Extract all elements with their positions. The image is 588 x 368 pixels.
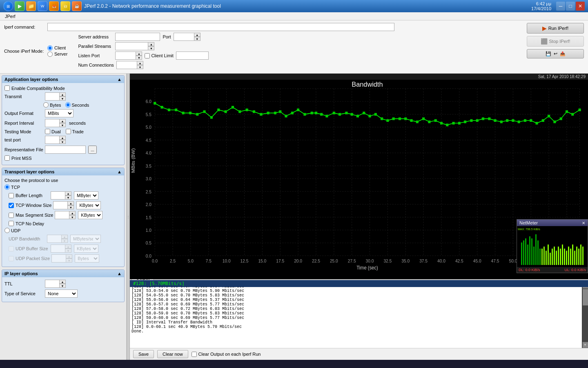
- win-up[interactable]: ▲: [67, 201, 74, 205]
- buf-up[interactable]: ▲: [65, 191, 71, 195]
- tcp-radio[interactable]: [4, 184, 10, 190]
- port-up[interactable]: ▲: [194, 33, 200, 37]
- num-conn-down[interactable]: ▼: [137, 65, 143, 69]
- listen-port-down[interactable]: ▼: [136, 56, 142, 60]
- transport-layer-collapse[interactable]: ▲: [117, 169, 122, 174]
- parallel-streams-input[interactable]: 1: [115, 42, 148, 50]
- dual-label[interactable]: Dual: [45, 129, 61, 134]
- max-segment-check[interactable]: [9, 213, 14, 218]
- transmit-up[interactable]: ▲: [59, 92, 66, 96]
- ip-layer-collapse[interactable]: ▲: [117, 271, 122, 276]
- client-radio-label[interactable]: Client: [47, 45, 67, 51]
- server-radio[interactable]: [47, 52, 53, 57]
- win-down[interactable]: ▼: [67, 205, 74, 209]
- run-iperf-button[interactable]: ▶ Run IPerf!: [527, 23, 584, 34]
- parallel-down[interactable]: ▼: [148, 46, 154, 50]
- server-address-input[interactable]: 192.168.1.4: [115, 33, 160, 41]
- save-config-button[interactable]: 💾 ↩ 📤: [527, 49, 584, 58]
- test-port-down[interactable]: ▼: [59, 140, 66, 144]
- rep-file-browse[interactable]: ...: [88, 146, 97, 154]
- buffer-length-input[interactable]: 2: [51, 191, 65, 200]
- compat-checkbox[interactable]: [4, 85, 10, 91]
- client-limit-check[interactable]: [145, 53, 150, 58]
- bytes-label[interactable]: Bytes: [43, 102, 61, 108]
- buffer-length-spinner[interactable]: 2 ▲ ▼: [51, 191, 71, 200]
- clear-now-button[interactable]: Clear now: [157, 350, 188, 358]
- tcp-radio-label[interactable]: TCP: [4, 184, 20, 190]
- maximize-button[interactable]: □: [566, 2, 575, 11]
- num-conn-up[interactable]: ▲: [137, 61, 143, 65]
- buf-down[interactable]: ▼: [65, 195, 71, 200]
- bytes-radio[interactable]: [43, 102, 49, 108]
- divider[interactable]: ⋮: [127, 74, 130, 360]
- scroll-thumb[interactable]: [583, 289, 588, 305]
- tcp-window-check[interactable]: [9, 203, 14, 208]
- netmeter-close[interactable]: ✕: [582, 221, 585, 225]
- files-icon[interactable]: 🗂: [60, 1, 70, 11]
- test-port-spinner[interactable]: 5,001 ▲ ▼: [45, 136, 66, 144]
- udp-radio-label[interactable]: UDP: [4, 228, 20, 233]
- parallel-streams-spinner[interactable]: 1 ▲ ▼: [115, 42, 154, 50]
- print-mss-check[interactable]: [4, 155, 10, 161]
- seg-down[interactable]: ▼: [69, 215, 76, 219]
- save-button[interactable]: Save: [133, 350, 154, 358]
- seconds-label[interactable]: Seconds: [65, 102, 89, 108]
- parallel-up[interactable]: ▲: [148, 42, 154, 46]
- report-interval-input[interactable]: 1: [45, 119, 59, 127]
- folder-icon[interactable]: 📁: [26, 1, 36, 11]
- ttl-up[interactable]: ▲: [59, 280, 66, 284]
- transmit-down[interactable]: ▼: [59, 96, 66, 101]
- max-segment-input[interactable]: 1: [55, 211, 69, 219]
- buffer-length-unit[interactable]: MBytes KBytes: [74, 191, 98, 200]
- max-segment-spinner[interactable]: 1 ▲ ▼: [55, 211, 76, 219]
- ttl-input[interactable]: 1: [45, 280, 59, 288]
- port-spinner[interactable]: 5,001 ▲ ▼: [174, 33, 200, 41]
- port-down[interactable]: ▼: [194, 37, 200, 41]
- max-segment-unit[interactable]: KBytes MBytes: [78, 211, 102, 219]
- num-connections-input[interactable]: 0: [116, 61, 137, 69]
- start-icon[interactable]: ⊞: [3, 1, 13, 11]
- tcp-window-spinner[interactable]: 64 ▲ ▼: [53, 201, 74, 209]
- trade-label[interactable]: Trade: [66, 129, 84, 134]
- output-content[interactable]: [128] 52.0-53.0 sec 0.67 MBytes 5.64 Mbi…: [130, 283, 582, 348]
- output-scrollbar[interactable]: ▲ ▼: [582, 283, 588, 348]
- client-limit-input[interactable]: [176, 52, 209, 60]
- media-icon[interactable]: ▶: [15, 1, 24, 11]
- app-layer-collapse[interactable]: ▲: [117, 77, 122, 82]
- test-port-input[interactable]: 5,001: [45, 136, 59, 144]
- rep-file-input[interactable]: [45, 146, 86, 154]
- stop-iperf-button[interactable]: ⬛ Stop IPerf!: [527, 36, 584, 47]
- seconds-radio[interactable]: [65, 102, 71, 108]
- firefox-icon[interactable]: 🦊: [49, 1, 59, 11]
- tcp-window-input[interactable]: 64: [53, 201, 67, 209]
- ttl-spinner[interactable]: 1 ▲ ▼: [45, 280, 66, 288]
- tos-select[interactable]: None: [45, 289, 78, 298]
- word-icon[interactable]: W: [38, 1, 47, 11]
- test-port-up[interactable]: ▲: [59, 136, 66, 140]
- minimize-button[interactable]: ─: [556, 2, 565, 11]
- close-button[interactable]: ✕: [576, 2, 585, 11]
- java-icon[interactable]: ☕: [72, 1, 82, 11]
- listen-port-up[interactable]: ▲: [136, 52, 142, 56]
- ttl-down[interactable]: ▼: [59, 284, 66, 288]
- client-radio[interactable]: [47, 45, 53, 51]
- report-interval-spinner[interactable]: 1 ▲ ▼: [45, 119, 66, 127]
- udp-radio[interactable]: [4, 228, 10, 233]
- report-up[interactable]: ▲: [59, 119, 66, 123]
- output-format-select[interactable]: MBits KBits Bits: [45, 109, 74, 117]
- tcp-no-delay-check[interactable]: [9, 221, 14, 226]
- listen-port-spinner[interactable]: 5,001 ▲ ▼: [115, 52, 142, 60]
- transmit-input[interactable]: 60: [45, 92, 59, 101]
- report-down[interactable]: ▼: [59, 123, 66, 127]
- buffer-length-check[interactable]: [9, 193, 14, 198]
- trade-check[interactable]: [66, 129, 71, 134]
- listen-port-input[interactable]: 5,001: [115, 52, 136, 60]
- server-radio-label[interactable]: Server: [47, 52, 67, 57]
- port-input[interactable]: 5,001: [174, 33, 194, 41]
- tcp-window-unit[interactable]: KBytes MBytes: [76, 201, 101, 209]
- scroll-down-btn[interactable]: ▼: [582, 342, 588, 348]
- clear-on-run-label[interactable]: Clear Output on each Iperf Run: [192, 352, 261, 357]
- num-connections-spinner[interactable]: 0 ▲ ▼: [116, 61, 143, 69]
- dual-check[interactable]: [45, 129, 50, 134]
- scroll-track[interactable]: [582, 289, 588, 342]
